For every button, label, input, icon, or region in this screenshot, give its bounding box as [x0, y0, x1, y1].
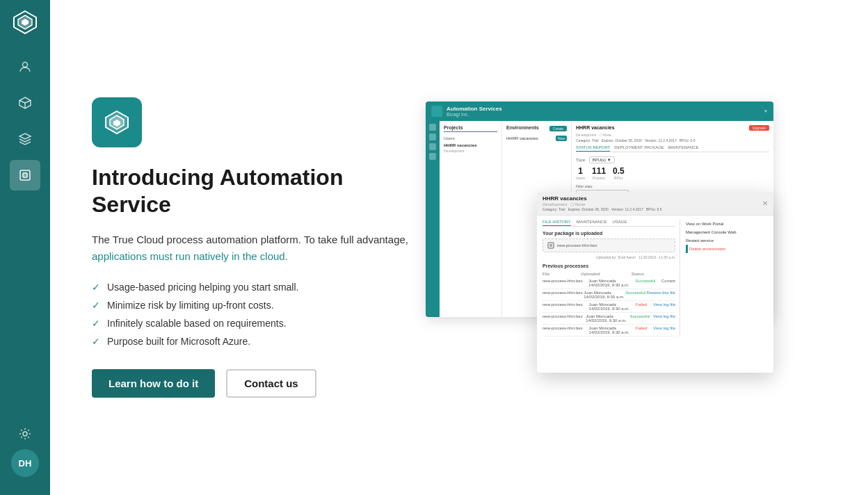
- learn-button[interactable]: Learn how to do it: [92, 369, 215, 398]
- window-2-header: HHRR vacancies Development ⬡ None Catego…: [537, 192, 773, 216]
- sidebar-item-cube[interactable]: [10, 160, 40, 190]
- table-row: new-process-hhrr.bex Juan Moncada14/02/2…: [542, 325, 675, 336]
- win-tabs: STATUS REPORT DEPLOYMENT PACKAGE MAINTEN…: [576, 145, 769, 152]
- feature-item: ✓ Minimize risk by limiting up-front cos…: [92, 300, 426, 311]
- w2-tabs: FILE HISTORY MAINTENANCE USAGE: [542, 220, 675, 227]
- sidebar-navigation: [10, 51, 40, 449]
- features-list: ✓ Usage-based pricing helping you start …: [92, 282, 426, 347]
- user-avatar[interactable]: DH: [11, 449, 39, 477]
- win-sidebar: [426, 121, 440, 317]
- content-right: Automation Services Bizagi Inc. ▼: [426, 28, 857, 467]
- menu-item-restart[interactable]: Restart service: [686, 236, 768, 245]
- table-row: new-process-hhrr.bex Juan Moncada14/02/2…: [542, 277, 675, 289]
- svg-rect-5: [23, 173, 27, 177]
- projects-col: Projects Users HHRR vacancies Developmen…: [440, 121, 502, 317]
- svg-rect-7: [548, 243, 554, 248]
- table-row: new-process-hhrr.bex Juan Moncada14/02/2…: [542, 301, 675, 313]
- page-title: Introducing Automation Service: [92, 164, 426, 218]
- menu-item-mgmt-console[interactable]: Management Console Web: [686, 228, 768, 236]
- feature-item: ✓ Usage-based pricing helping you start …: [92, 282, 426, 293]
- upload-box: new-process-hhrr.bex: [542, 238, 675, 252]
- sidebar: DH: [0, 0, 50, 495]
- win-stats: 1 Users 111 Process 0.5 BPUs: [576, 166, 769, 180]
- sidebar-item-settings[interactable]: [10, 419, 40, 449]
- svg-point-3: [23, 63, 28, 67]
- table-row: new-process-hhrr.bex Juan Moncada14/02/2…: [542, 313, 675, 325]
- close-icon[interactable]: ✕: [762, 200, 768, 207]
- menu-item-work-portal[interactable]: View on Work Portal: [686, 220, 768, 228]
- screenshot-container: Automation Services Bizagi Inc. ▼: [426, 102, 857, 393]
- svg-point-6: [23, 432, 27, 436]
- check-icon: ✓: [92, 318, 100, 329]
- menu-item-delete[interactable]: Delete environment: [689, 245, 768, 253]
- window-2-body: FILE HISTORY MAINTENANCE USAGE Your pack…: [537, 216, 773, 341]
- btn-group: Learn how to do it Contact us: [92, 369, 426, 398]
- window-1-header: Automation Services Bizagi Inc. ▼: [426, 102, 773, 121]
- sidebar-item-users[interactable]: [10, 51, 40, 82]
- check-icon: ✓: [92, 300, 100, 311]
- app-window-2: HHRR vacancies Development ⬡ None Catego…: [537, 192, 773, 373]
- sidebar-item-layers[interactable]: [10, 124, 40, 154]
- check-icon: ✓: [92, 336, 100, 347]
- sidebar-bottom: DH: [11, 449, 39, 488]
- page-description: The True Cloud process automation platfo…: [92, 232, 426, 265]
- sidebar-item-packages[interactable]: [10, 88, 40, 118]
- content-left: Introducing Automation Service The True …: [92, 97, 426, 398]
- product-icon: [92, 97, 142, 147]
- feature-item: ✓ Purpose built for Microsoft Azure.: [92, 336, 426, 347]
- contact-button[interactable]: Contact us: [226, 369, 316, 398]
- feature-item: ✓ Infinitely scalable based on requireme…: [92, 318, 426, 329]
- sidebar-logo[interactable]: [10, 7, 40, 38]
- window-2-right-menu: View on Work Portal Management Console W…: [684, 220, 768, 336]
- main-content: Introducing Automation Service The True …: [50, 0, 868, 495]
- table-row: new-process-hhrr.bex Juan Moncada14/02/2…: [542, 289, 675, 301]
- check-icon: ✓: [92, 282, 100, 293]
